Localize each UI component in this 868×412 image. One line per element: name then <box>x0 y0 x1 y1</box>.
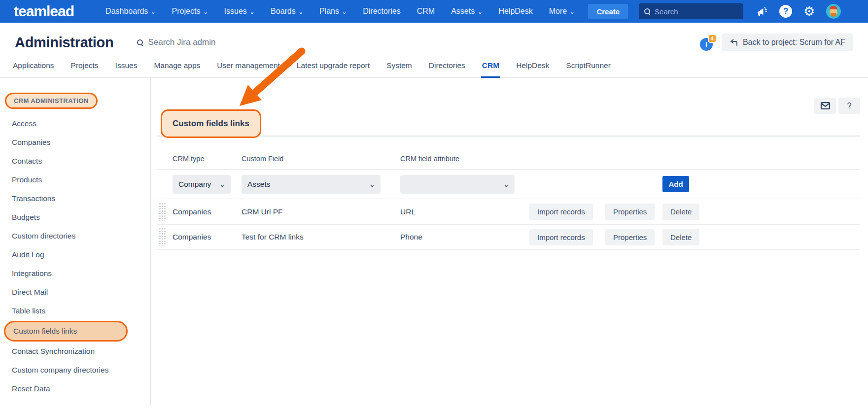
sidebar-item-integrations[interactable]: Integrations <box>0 264 150 283</box>
nav-assets[interactable]: Assets⌄ <box>451 7 482 16</box>
navbar-menu: Dashboards⌄ Projects⌄ Issues⌄ Boards⌄ Pl… <box>105 7 574 16</box>
cell-custom-field: CRM Url PF <box>242 207 400 216</box>
sidebar-item-products[interactable]: Products <box>0 171 150 189</box>
nav-more[interactable]: More⌄ <box>549 7 575 16</box>
admin-tabs: Applications Projects Issues Manage apps… <box>0 59 868 78</box>
admin-search-input[interactable] <box>148 37 261 47</box>
sidebar-item-budgets[interactable]: Budgets <box>0 208 150 227</box>
add-link-form-row: Company ⌄ Assets ⌄ ⌄ <box>157 170 860 199</box>
navbar-search[interactable] <box>639 3 743 19</box>
sidebar-item-contacts[interactable]: Contacts <box>0 152 150 171</box>
content-area: CRM ADMINISTRATION Access Companies Cont… <box>0 78 868 406</box>
chevron-down-icon: ⌄ <box>250 9 254 15</box>
search-icon <box>137 39 143 46</box>
admin-search[interactable] <box>137 37 261 47</box>
page-title: Administration <box>15 34 113 51</box>
tab-scriptrunner[interactable]: ScriptRunner <box>565 59 611 77</box>
import-records-button[interactable]: Import records <box>529 204 593 220</box>
tab-latest-upgrade-report[interactable]: Latest upgrade report <box>296 59 371 77</box>
tab-projects[interactable]: Projects <box>70 59 100 77</box>
gear-icon[interactable]: ⚙ <box>803 5 815 18</box>
sidebar-item-direct-mail[interactable]: Direct Mail <box>0 283 150 302</box>
sidebar-item-custom-directories[interactable]: Custom directories <box>0 227 150 245</box>
sidebar-item-transactions[interactable]: Transactions <box>0 189 150 208</box>
navbar-search-input[interactable] <box>655 7 733 16</box>
cell-custom-field: Test for CRM links <box>242 233 400 241</box>
help-icon[interactable]: ? <box>779 5 792 18</box>
nav-helpdesk[interactable]: HelpDesk <box>498 7 532 16</box>
tab-manage-apps[interactable]: Manage apps <box>153 59 201 77</box>
chevron-down-icon: ⌄ <box>203 9 208 15</box>
back-to-project-button[interactable]: Back to project: Scrum for AF <box>722 34 853 51</box>
nav-dashboards[interactable]: Dashboards⌄ <box>105 7 156 16</box>
tab-crm[interactable]: CRM <box>481 59 500 77</box>
crm-type-select[interactable]: Company ⌄ <box>173 175 231 194</box>
chevron-down-icon: ⌄ <box>370 182 375 188</box>
sidebar-item-custom-company-directories[interactable]: Custom company directories <box>0 361 150 379</box>
admin-header-right: ! 4 Back to project: Scrum for AF <box>700 34 853 51</box>
heading-row: Custom fields links <box>157 78 860 137</box>
megaphone-icon[interactable] <box>756 5 768 17</box>
table-header: CRM type Custom Field CRM field attribut… <box>157 148 860 170</box>
chevron-down-icon: ⌄ <box>299 9 303 15</box>
heading-annotation: Custom fields links <box>161 109 261 138</box>
tab-applications[interactable]: Applications <box>12 59 55 77</box>
page: teamlead Dashboards⌄ Projects⌄ Issues⌄ B… <box>0 0 868 412</box>
sidebar-item-reset-data[interactable]: Reset Data <box>0 379 150 398</box>
col-custom-field: Custom Field <box>242 155 400 163</box>
delete-button[interactable]: Delete <box>662 204 699 220</box>
sidebar-item-table-lists[interactable]: Table lists <box>0 302 150 320</box>
avatar-beard <box>831 13 836 17</box>
nav-boards[interactable]: Boards⌄ <box>271 7 303 16</box>
chevron-down-icon: ⌄ <box>220 182 225 188</box>
tab-issues[interactable]: Issues <box>114 59 139 77</box>
table-row: Companies Test for CRM links Phone Impor… <box>157 224 860 250</box>
properties-button[interactable]: Properties <box>605 229 655 245</box>
return-arrow-icon <box>729 39 738 46</box>
custom-fields-links-table: CRM type Custom Field CRM field attribut… <box>157 148 860 250</box>
sidebar-item-companies[interactable]: Companies <box>0 133 150 152</box>
nav-crm[interactable]: CRM <box>417 7 435 16</box>
nav-directories[interactable]: Directories <box>363 7 400 16</box>
main-panel: ? Custom fields links CRM type Custom Fi… <box>151 78 868 406</box>
cell-attribute: Phone <box>400 233 529 241</box>
tab-user-management[interactable]: User management <box>216 59 281 77</box>
col-crm-field-attribute: CRM field attribute <box>400 155 529 163</box>
notification-indicator[interactable]: ! 4 <box>700 34 715 51</box>
teamlead-logo[interactable]: teamlead <box>14 3 74 20</box>
avatar-cap <box>830 6 837 9</box>
nav-issues[interactable]: Issues⌄ <box>224 7 254 16</box>
nav-projects[interactable]: Projects⌄ <box>172 7 208 16</box>
sidebar-item-contact-synchronization[interactable]: Contact Synchronization <box>0 342 150 361</box>
crm-admin-sidebar: CRM ADMINISTRATION Access Companies Cont… <box>0 78 151 406</box>
notification-badge: 4 <box>708 34 717 43</box>
sidebar-item-access[interactable]: Access <box>0 114 150 133</box>
add-button[interactable]: Add <box>662 176 689 192</box>
sidebar-item-custom-fields-links[interactable]: Custom fields links <box>4 321 128 342</box>
chevron-down-icon: ⌄ <box>570 9 574 15</box>
admin-header: Administration ! 4 Back to project: Scru… <box>0 23 868 59</box>
custom-field-select[interactable]: Assets ⌄ <box>242 175 381 194</box>
tab-system[interactable]: System <box>385 59 413 77</box>
sidebar-item-audit-log[interactable]: Audit Log <box>0 245 150 264</box>
chevron-down-icon: ⌄ <box>504 182 509 188</box>
crm-field-attribute-select[interactable]: ⌄ <box>400 175 515 194</box>
avatar[interactable] <box>826 4 841 19</box>
import-records-button[interactable]: Import records <box>529 229 593 245</box>
drag-handle-icon[interactable] <box>159 228 166 246</box>
create-button[interactable]: Create <box>588 4 628 19</box>
cell-crm-type: Companies <box>173 207 242 216</box>
drag-handle-icon[interactable] <box>159 203 166 221</box>
nav-plans[interactable]: Plans⌄ <box>319 7 347 16</box>
delete-button[interactable]: Delete <box>662 229 699 245</box>
col-crm-type: CRM type <box>173 155 242 163</box>
top-navbar: teamlead Dashboards⌄ Projects⌄ Issues⌄ B… <box>0 0 868 23</box>
section-title: Custom fields links <box>173 119 249 129</box>
chevron-down-icon: ⌄ <box>478 9 482 15</box>
tab-directories[interactable]: Directories <box>428 59 466 77</box>
cell-attribute: URL <box>400 207 529 216</box>
properties-button[interactable]: Properties <box>605 204 655 220</box>
tab-helpdesk[interactable]: HelpDesk <box>515 59 550 77</box>
sidebar-section-label: CRM ADMINISTRATION <box>5 93 98 109</box>
sidebar-list: Access Companies Contacts Products Trans… <box>0 114 150 398</box>
